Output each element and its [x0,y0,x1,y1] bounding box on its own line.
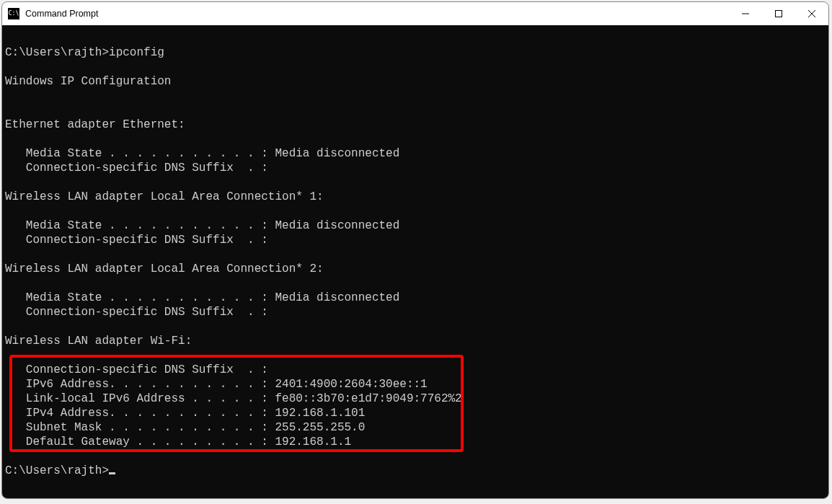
command-prompt-window: C:\ Command Prompt C:\Users\rajth>ipconf… [1,1,829,499]
titlebar[interactable]: C:\ Command Prompt [2,2,828,25]
link-local-ipv6-line: Link-local IPv6 Address . . . . . : fe80… [5,392,462,405]
dns-suffix-line: Connection-specific DNS Suffix . : [5,162,268,174]
window-title: Command Prompt [25,9,729,19]
minimize-button[interactable] [729,2,762,25]
adapter-title-ethernet: Ethernet adapter Ethernet: [5,118,185,131]
ipconfig-header: Windows IP Configuration [5,75,171,88]
ipv4-address-line: IPv4 Address. . . . . . . . . . . : 192.… [5,407,365,420]
dns-suffix-line: Connection-specific DNS Suffix . : [5,306,268,319]
prompt-line: C:\Users\rajth> [5,464,109,477]
svg-rect-1 [776,11,782,17]
terminal-area[interactable]: C:\Users\rajth>ipconfig Windows IP Confi… [2,25,828,498]
adapter-title-lac2: Wireless LAN adapter Local Area Connecti… [5,262,324,275]
close-button[interactable] [795,2,828,25]
media-state-line: Media State . . . . . . . . . . . : Medi… [5,147,399,160]
prompt-line: C:\Users\rajth>ipconfig [5,46,164,59]
cursor-icon [109,472,115,474]
adapter-title-wifi: Wireless LAN adapter Wi-Fi: [5,335,192,348]
adapter-title-lac1: Wireless LAN adapter Local Area Connecti… [5,190,324,203]
dns-suffix-line: Connection-specific DNS Suffix . : [5,363,268,376]
dns-suffix-line: Connection-specific DNS Suffix . : [5,234,268,247]
ipv6-address-line: IPv6 Address. . . . . . . . . . . : 2401… [5,378,428,391]
app-icon: C:\ [8,8,19,19]
subnet-mask-line: Subnet Mask . . . . . . . . . . . : 255.… [5,421,365,434]
default-gateway-line: Default Gateway . . . . . . . . . : 192.… [5,436,351,448]
media-state-line: Media State . . . . . . . . . . . : Medi… [5,219,399,232]
maximize-button[interactable] [762,2,795,25]
media-state-line: Media State . . . . . . . . . . . : Medi… [5,291,399,304]
